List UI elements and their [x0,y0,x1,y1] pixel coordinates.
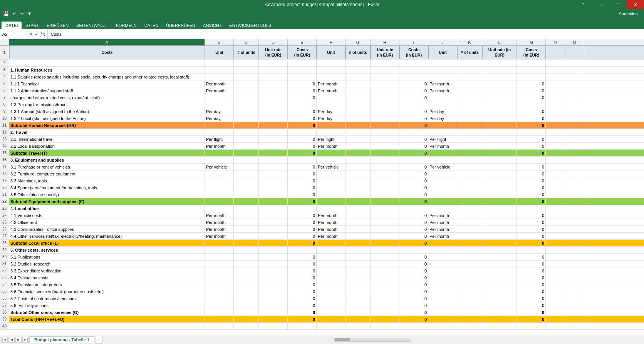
cell-11-a[interactable]: Subtotal Human Resources (HR) [9,122,205,129]
cell-5-m[interactable]: 0 [517,80,546,87]
cell-23-d[interactable] [259,205,288,212]
cell-8-h[interactable] [371,101,399,108]
table-row[interactable]: 375.8. Visibility actions000 [0,302,644,309]
cell-9-b[interactable]: Per day [205,108,234,115]
cell-37-k[interactable] [457,302,482,309]
formula-content[interactable]: Costs [48,32,644,37]
cell-18-extra[interactable] [546,170,565,177]
cell-21-g[interactable] [345,191,371,198]
cell-7-g[interactable] [345,94,371,101]
cell-9-j[interactable]: Per day [428,108,457,115]
cell-24-h[interactable] [371,212,399,219]
cell-36-l[interactable] [482,295,517,302]
cell-10-h[interactable] [371,115,399,122]
cell-12-m[interactable] [517,129,546,135]
cell-33-g[interactable] [345,274,371,281]
cell-38-extra[interactable] [546,309,565,316]
cell-36-d[interactable] [259,295,288,302]
cell-6-b[interactable]: Per month [205,87,234,94]
sheet-tab-budget[interactable]: Budget planning - Tabelle 1 [29,336,94,343]
cell-8-c[interactable] [234,101,259,108]
col-header-o[interactable]: O [565,39,584,45]
cell-34-l[interactable] [482,281,517,288]
cell-10-e[interactable]: 0 [288,115,317,122]
cell-38-f[interactable] [317,309,345,316]
cell-13-f[interactable]: Per flight [317,136,345,142]
cell-28-extra[interactable] [565,240,584,246]
cell-18-f[interactable] [317,170,345,177]
cell-17-k[interactable] [457,164,482,170]
table-row[interactable]: 132.1. International travelPer flight0Pe… [0,136,644,143]
table-row[interactable]: 305.1 Publications000 [0,254,644,261]
cell-13-extra[interactable] [546,136,565,142]
cell-37-d[interactable] [259,302,288,309]
cell-36-m[interactable]: 0 [517,295,546,302]
cell-23-m[interactable] [517,205,546,212]
cell-37-c[interactable] [234,302,259,309]
cell-13-b[interactable]: Per flight [205,136,234,142]
cell-36-a[interactable]: 5.7 Costs of conferences/seminars [9,295,205,302]
cell-33-e[interactable]: 0 [288,274,317,281]
cell-27-f[interactable]: Per month [317,233,345,239]
cell-13-h[interactable] [371,136,399,142]
cell-33-extra[interactable] [565,274,584,281]
cell-29-a[interactable]: 5. Other costs, services [9,247,205,253]
cell-40-l[interactable] [482,323,517,329]
cell-7-j[interactable] [428,94,457,101]
cell-2-m[interactable] [517,60,546,66]
cell-2-d[interactable] [259,60,288,66]
cell-32-e[interactable]: 0 [288,267,317,274]
cell-10-k[interactable] [457,115,482,122]
table-row[interactable]: 38Subtotal Other costs, services (O)000 [0,309,644,316]
cell-16-extra[interactable] [565,157,584,163]
cell-35-b[interactable] [205,288,234,295]
cell-5-f[interactable]: Per month [317,80,345,87]
cell-4-c[interactable] [234,73,259,80]
cell-16-e[interactable] [288,157,317,163]
cell-9-h[interactable] [371,108,399,115]
table-row[interactable]: 183.2 Furniture, computer equipment000 [0,170,644,177]
cell-7-l[interactable] [482,94,517,101]
cell-11-i[interactable]: 0 [399,122,428,129]
cell-13-e[interactable]: 0 [288,136,317,142]
cell-23-e[interactable] [288,205,317,212]
cell-26-d[interactable] [259,226,288,232]
cell-31-extra[interactable] [546,261,565,267]
cell-28-l[interactable] [482,240,517,246]
cell-22-m[interactable]: 0 [517,198,546,205]
cell-33-l[interactable] [482,274,517,281]
cell-5-a[interactable]: 1.1.1 Technical [9,80,205,87]
cell-30-extra[interactable] [546,254,565,260]
cell-37-extra[interactable] [546,302,565,309]
header-o[interactable] [565,46,584,59]
cell-33-i[interactable]: 0 [399,274,428,281]
cell-13-i[interactable]: 0 [399,136,428,142]
header-units-g[interactable]: # of units [345,46,371,59]
cell-17-m[interactable]: 0 [517,164,546,170]
cell-31-k[interactable] [457,261,482,267]
cell-15-b[interactable] [205,150,234,156]
cell-13-a[interactable]: 2.1. International travel [9,136,205,142]
cell-36-k[interactable] [457,295,482,302]
cell-39-c[interactable] [234,316,259,322]
cell-19-j[interactable] [428,177,457,184]
cell-24-b[interactable]: Per month [205,212,234,219]
cell-3-k[interactable] [457,67,482,73]
cell-28-a[interactable]: Subtotal Local office (L) [9,240,205,246]
insert-function-icon[interactable]: ƒx [40,32,45,37]
cell-22-c[interactable] [234,198,259,205]
cell-10-b[interactable]: Per day [205,115,234,122]
cell-22-j[interactable] [428,198,457,205]
cell-32-j[interactable] [428,267,457,274]
cell-21-l[interactable] [482,191,517,198]
table-row[interactable]: 11Subtotal Human Resources (HR)000 [0,122,644,129]
cell-20-i[interactable]: 0 [399,184,428,191]
cell-31-c[interactable] [234,261,259,267]
sheet-nav-last[interactable]: ►| [22,337,29,343]
cell-13-j[interactable]: Per flight [428,136,457,142]
cell-22-h[interactable] [371,198,399,205]
cell-5-i[interactable]: 0 [399,80,428,87]
cell-27-e[interactable]: 0 [288,233,317,239]
cell-33-j[interactable] [428,274,457,281]
cell-11-e[interactable]: 0 [288,122,317,129]
